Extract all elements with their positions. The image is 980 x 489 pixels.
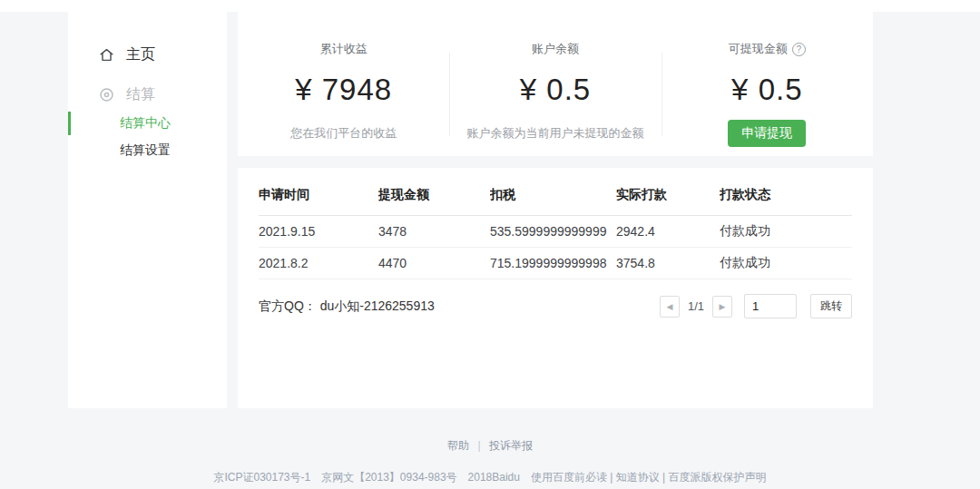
stats-card: 累计收益 ¥ 7948 您在我们平台的收益 账户余额 ¥ 0.5 账户余额为当前… (238, 12, 873, 156)
next-page-button[interactable]: ▶ (712, 296, 732, 318)
col-actual-payment: 实际打款 (616, 175, 720, 216)
cell-actual-payment: 2942.4 (616, 216, 720, 248)
stat-total-earnings: 累计收益 ¥ 7948 您在我们平台的收益 (238, 12, 449, 156)
chevron-right-icon: ▶ (720, 302, 726, 311)
official-qq-text: 官方QQ： du小知-2126255913 (259, 298, 435, 315)
stat-label: 可提现金额 (729, 41, 788, 57)
stat-withdrawable-amount: 可提现金额 ? ¥ 0.5 申请提现 (662, 12, 873, 156)
sidebar: 主页 结算 结算中心 结算设置 (68, 12, 227, 408)
cell-apply-time: 2021.9.15 (259, 216, 378, 248)
home-icon (98, 46, 115, 64)
cell-withdraw-amount: 3478 (378, 216, 490, 248)
stat-subtitle: 您在我们平台的收益 (290, 125, 397, 142)
settlement-icon (98, 86, 115, 103)
top-strip (0, 0, 980, 12)
pagination: ◀ 1/1 ▶ 跳转 (660, 294, 852, 318)
site-footer: 帮助 | 投诉举报 京ICP证030173号-1 京网文【2013】0934-9… (0, 408, 980, 485)
page-number-input[interactable] (744, 294, 797, 318)
sidebar-item-settlement-settings[interactable]: 结算设置 (68, 137, 227, 164)
stat-value: ¥ 0.5 (731, 73, 802, 107)
col-apply-time: 申请时间 (259, 175, 378, 216)
help-link[interactable]: 帮助 (447, 439, 469, 452)
page-indicator: 1/1 (688, 299, 704, 313)
cell-payment-status: 付款成功 (720, 216, 852, 248)
complaint-report-link[interactable]: 投诉举报 (489, 439, 533, 452)
cell-tax: 715.1999999999998 (490, 248, 616, 279)
stat-label: 累计收益 (320, 41, 368, 57)
table-footer: 官方QQ： du小知-2126255913 ◀ 1/1 ▶ 跳转 (259, 294, 852, 318)
sidebar-item-settlement[interactable]: 结算 (68, 79, 227, 110)
main-content: 累计收益 ¥ 7948 您在我们平台的收益 账户余额 ¥ 0.5 账户余额为当前… (238, 12, 873, 408)
stat-value: ¥ 7948 (295, 73, 392, 107)
jump-button[interactable]: 跳转 (810, 294, 852, 318)
col-tax: 扣税 (490, 175, 616, 216)
help-icon[interactable]: ? (792, 43, 806, 56)
sidebar-item-label: 主页 (126, 45, 155, 64)
sidebar-item-home[interactable]: 主页 (68, 39, 227, 70)
sidebar-item-settlement-center[interactable]: 结算中心 (68, 110, 227, 137)
withdraw-history-card: 申请时间 提现金额 扣税 实际打款 打款状态 2021.9.15 3478 53… (238, 168, 873, 408)
withdraw-history-table: 申请时间 提现金额 扣税 实际打款 打款状态 2021.9.15 3478 53… (259, 175, 852, 279)
active-indicator (68, 112, 71, 135)
table-header-row: 申请时间 提现金额 扣税 实际打款 打款状态 (259, 175, 852, 216)
stat-account-balance: 账户余额 ¥ 0.5 账户余额为当前用户未提现的金额 (449, 12, 661, 156)
prev-page-button[interactable]: ◀ (660, 296, 680, 318)
cell-apply-time: 2021.8.2 (259, 248, 378, 279)
footer-separator: | (477, 439, 480, 452)
sidebar-item-label: 结算 (126, 85, 155, 104)
sidebar-item-label: 结算设置 (120, 142, 171, 159)
stat-value: ¥ 0.5 (520, 73, 591, 107)
cell-tax: 535.5999999999999 (490, 216, 616, 248)
col-payment-status: 打款状态 (720, 175, 852, 216)
cell-actual-payment: 3754.8 (616, 248, 720, 279)
stat-subtitle: 账户余额为当前用户未提现的金额 (466, 125, 643, 142)
table-row: 2021.9.15 3478 535.5999999999999 2942.4 … (259, 216, 852, 248)
legal-text: 京ICP证030173号-1 京网文【2013】0934-983号 2018Ba… (0, 470, 980, 485)
sidebar-item-label: 结算中心 (120, 115, 171, 132)
chevron-left-icon: ◀ (666, 302, 672, 311)
table-row: 2021.8.2 4470 715.1999999999998 3754.8 付… (259, 248, 852, 279)
stat-label: 账户余额 (532, 41, 579, 57)
cell-withdraw-amount: 4470 (378, 248, 490, 279)
cell-payment-status: 付款成功 (720, 248, 852, 279)
apply-withdraw-button[interactable]: 申请提现 (728, 120, 806, 147)
col-withdraw-amount: 提现金额 (378, 175, 490, 216)
